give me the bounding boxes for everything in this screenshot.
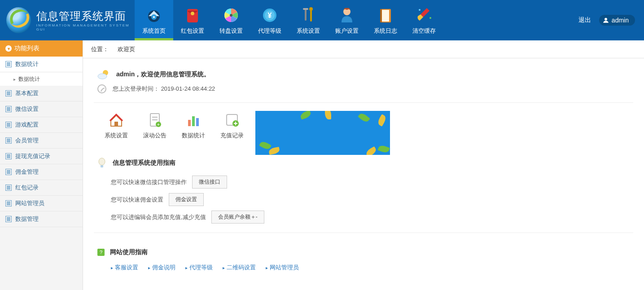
user-pill[interactable]: admin	[599, 15, 635, 26]
svg-rect-10	[305, 9, 307, 21]
chevron-down-icon: ▾	[5, 45, 12, 52]
last-login-row: 您上次登录时间： 2019-01-24 08:44:22	[94, 84, 633, 93]
guide-button[interactable]: 微信接口	[192, 176, 227, 189]
banner-image	[255, 111, 390, 155]
list-icon	[5, 216, 12, 222]
svg-point-13	[309, 7, 313, 11]
brand: 信息管理系统界面 INFORMATION MANAGEMENT SYSTEM G…	[0, 0, 135, 40]
shortcut-doc[interactable]: +滚动公告	[143, 112, 166, 140]
svg-rect-35	[101, 165, 103, 167]
brand-subtitle: INFORMATION MANAGEMENT SYSTEM GUI	[36, 23, 135, 31]
list-icon	[5, 61, 12, 67]
home-icon	[144, 5, 164, 25]
svg-rect-31	[196, 118, 199, 126]
logo-icon	[6, 7, 31, 33]
svg-rect-12	[310, 10, 312, 22]
guide-row: 您可以进编辑会员添加充值,减少充值会员账户余额＋-	[111, 211, 633, 224]
system-guide: 信息管理系统使用指南 您可以快速微信接口管理操作微信接口您可以快速佣金设置佣金设…	[94, 158, 633, 224]
guide-button[interactable]: 会员账户余额＋-	[211, 211, 264, 224]
wheel-icon	[221, 5, 241, 25]
svg-point-4	[191, 12, 194, 15]
site-guide-link[interactable]: 网站管理员	[266, 264, 299, 272]
shortcut-home[interactable]: 系统设置	[105, 112, 128, 140]
top-nav-brush[interactable]: 清空缓存	[405, 0, 443, 40]
brush-icon	[414, 5, 434, 25]
top-nav-tools[interactable]: 系统设置	[289, 0, 328, 40]
last-login-time: 2019-01-24 08:44:22	[161, 85, 215, 92]
weather-icon	[97, 69, 110, 80]
list-icon	[5, 106, 12, 112]
user-name: admin	[612, 17, 629, 24]
top-nav-home[interactable]: 系统首页	[135, 0, 173, 40]
bulb-icon	[97, 158, 106, 168]
svg-rect-11	[303, 8, 308, 10]
doc-icon: +	[147, 112, 163, 128]
list-icon	[5, 169, 12, 175]
bars-icon	[185, 112, 202, 128]
sidebar-item[interactable]: 提现充值记录	[0, 149, 83, 164]
top-nav-user[interactable]: 账户设置	[328, 0, 366, 40]
list-icon	[5, 185, 12, 191]
top-nav-wheel[interactable]: 转盘设置	[212, 0, 250, 40]
sidebar-item[interactable]: 佣金管理	[0, 164, 83, 180]
redpacket-icon	[183, 5, 202, 25]
user-icon	[603, 17, 609, 23]
logout-link[interactable]: 退出	[578, 16, 591, 24]
svg-point-20	[605, 18, 607, 21]
sidebar-item[interactable]: 数据管理	[0, 211, 83, 227]
sidebar-item[interactable]: 红包记录	[0, 180, 83, 196]
breadcrumb-page: 欢迎页	[118, 45, 135, 53]
home-icon	[108, 112, 124, 128]
top-nav: 系统首页红包设置转盘设置¥代理等级系统设置账户设置系统日志清空缓存	[135, 0, 443, 40]
sidebar-item[interactable]: 会员管理	[0, 133, 83, 149]
welcome-row: admin，欢迎使用信息管理系统。	[94, 69, 633, 80]
svg-point-22	[98, 74, 107, 79]
guide-button[interactable]: 佣金设置	[169, 193, 204, 206]
shortcut-bars[interactable]: 数据统计	[182, 112, 205, 140]
svg-rect-23	[114, 122, 118, 126]
top-nav-badge[interactable]: ¥代理等级	[250, 0, 289, 40]
svg-point-6	[230, 14, 232, 17]
tools-icon	[298, 5, 318, 25]
badge-icon: ¥	[260, 5, 280, 25]
guide-row: 您可以快速微信接口管理操作微信接口	[111, 176, 633, 189]
site-guide-link[interactable]: 代理等级	[185, 264, 213, 272]
site-guide-link[interactable]: 客服设置	[111, 264, 138, 272]
svg-rect-30	[192, 116, 195, 126]
log-icon	[376, 5, 395, 25]
guide-title: 信息管理系统使用指南	[113, 159, 175, 167]
question-icon: ?	[97, 249, 105, 256]
sidebar-item[interactable]: 基本配置	[0, 86, 83, 101]
sidebar: ▾ 功能列表 数据统计数据统计基本配置微信设置游戏配置会员管理提现充值记录佣金管…	[0, 40, 83, 290]
brand-title: 信息管理系统界面	[36, 9, 135, 23]
list-icon	[5, 200, 12, 207]
svg-point-19	[429, 17, 431, 19]
site-guide-title: 网站使用指南	[110, 248, 148, 256]
svg-point-2	[153, 16, 155, 18]
svg-rect-29	[188, 120, 191, 126]
guide-row: 您可以快速佣金设置佣金设置	[111, 193, 633, 206]
sidebar-subitem[interactable]: 数据统计	[0, 72, 83, 86]
top-nav-log[interactable]: 系统日志	[366, 0, 405, 40]
svg-point-34	[99, 158, 105, 165]
sidebar-item[interactable]: 游戏配置	[0, 117, 83, 133]
user-icon	[337, 5, 357, 25]
top-nav-redpacket[interactable]: 红包设置	[173, 0, 212, 40]
svg-text:¥: ¥	[268, 12, 272, 19]
site-guide: ? 网站使用指南 客服设置佣金说明代理等级二维码设置网站管理员	[94, 248, 633, 272]
sidebar-item[interactable]: 微信设置	[0, 101, 83, 117]
main: 位置： 欢迎页 admin，欢迎使用信息管理系统。 您上次登录时间： 2019-…	[83, 40, 644, 290]
list-icon	[5, 137, 12, 144]
site-guide-link[interactable]: 佣金说明	[148, 264, 175, 272]
svg-text:+: +	[157, 122, 160, 127]
site-guide-link[interactable]: 二维码设置	[223, 264, 256, 272]
shortcuts: 系统设置+滚动公告数据统计充值记录红包	[94, 112, 633, 140]
list-icon	[5, 90, 12, 97]
svg-point-18	[419, 9, 421, 11]
sidebar-item[interactable]: 网站管理员	[0, 196, 83, 211]
shortcut-recharge[interactable]: 充值记录	[220, 112, 244, 140]
sidebar-item[interactable]: 数据统计	[0, 57, 83, 72]
list-icon	[5, 122, 12, 128]
sidebar-header[interactable]: ▾ 功能列表	[0, 40, 83, 57]
welcome-text: admin，欢迎使用信息管理系统。	[116, 70, 210, 79]
